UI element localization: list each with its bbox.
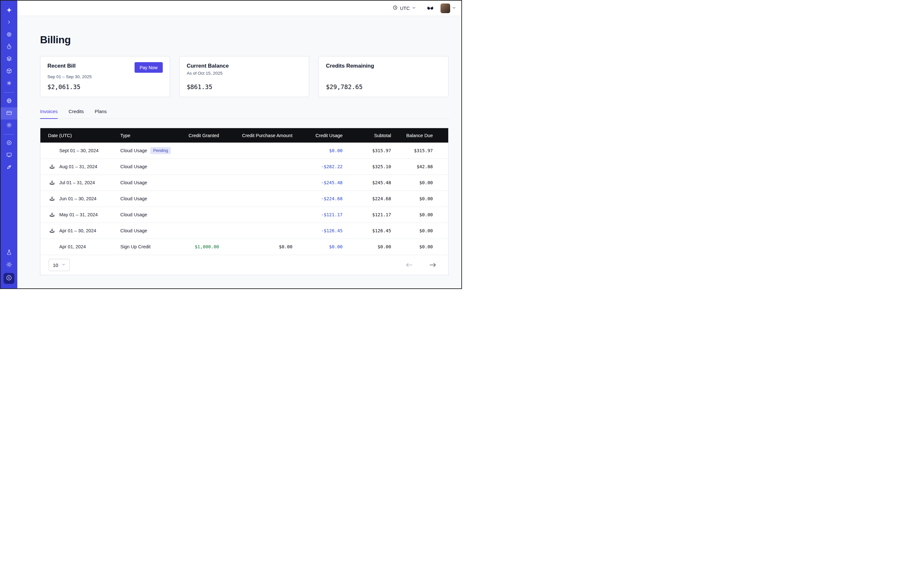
- credits-remaining-card: Credits Remaining $29,782.65: [318, 56, 448, 97]
- sidebar-item-billing[interactable]: [1, 107, 17, 120]
- gear-icon: [6, 122, 12, 130]
- invoice-type: Sign Up Credit: [120, 239, 181, 255]
- invoice-date-label: Aug 01 – 31, 2024: [59, 164, 97, 169]
- credit-usage: -$121.17: [292, 207, 343, 223]
- user-avatar: [440, 3, 450, 13]
- svg-text:$: $: [8, 276, 10, 279]
- previous-page-button[interactable]: [406, 262, 412, 268]
- card-amount: $2,061.35: [47, 83, 163, 90]
- download-invoice-icon[interactable]: [49, 212, 55, 218]
- credit-granted: $1,000.00: [181, 239, 219, 255]
- table-row: Jun 01 – 30, 2024 Cloud Usage -$224.68 $…: [41, 191, 448, 207]
- page-title: Billing: [40, 34, 448, 46]
- sidebar-item-cube[interactable]: [1, 65, 17, 78]
- table-row: Jul 01 – 31, 2024 Cloud Usage -$245.48 $…: [41, 175, 448, 191]
- clock-icon: [393, 5, 398, 11]
- sidebar-item-support[interactable]: [1, 137, 17, 149]
- glasses-toggle[interactable]: [426, 5, 434, 12]
- credit-usage: -$245.48: [292, 175, 343, 191]
- sidebar-item-flask[interactable]: [1, 247, 17, 259]
- download-invoice-icon[interactable]: [49, 228, 55, 234]
- credit-usage: -$126.45: [292, 223, 343, 239]
- sidebar-item-theme[interactable]: [1, 259, 17, 271]
- sidebar-item-layers[interactable]: [1, 53, 17, 65]
- credit-usage: $0.00: [292, 239, 343, 255]
- subtotal: $245.48: [343, 175, 391, 191]
- invoice-type: Cloud Usage: [120, 191, 181, 207]
- status-badge: Pending: [150, 147, 171, 154]
- column-header-type: Type: [120, 128, 181, 143]
- balance-due: $42.88: [391, 159, 448, 175]
- sidebar-divider: [4, 134, 14, 135]
- subtotal: $315.97: [343, 143, 391, 159]
- chevron-down-icon: [452, 5, 456, 11]
- download-invoice-icon[interactable]: [49, 196, 55, 201]
- table-footer: 10: [41, 255, 448, 275]
- column-header-credit-purchase: Credit Purchase Amount: [219, 128, 292, 143]
- sidebar-item-asterisk[interactable]: [1, 78, 17, 90]
- sidebar-divider: [4, 92, 14, 93]
- invoice-date-label: May 01 – 31, 2024: [59, 212, 98, 217]
- table-row: May 01 – 31, 2024 Cloud Usage -$121.17 $…: [41, 207, 448, 223]
- sidebar-item-expand[interactable]: [1, 17, 17, 29]
- column-header-subtotal: Subtotal: [343, 128, 391, 143]
- credit-granted: [181, 175, 219, 191]
- layers-icon: [6, 56, 12, 63]
- summary-cards: Recent Bill Pay Now Sep 01 – Sep 30, 202…: [40, 56, 448, 97]
- sidebar-item-timer[interactable]: [1, 41, 17, 53]
- invoice-date: May 01 – 31, 2024: [41, 207, 120, 223]
- sidebar-item-globe[interactable]: [1, 95, 17, 107]
- subtotal: $325.10: [343, 159, 391, 175]
- balance-due: $0.00: [391, 239, 448, 255]
- invoice-date: Aug 01 – 31, 2024: [41, 159, 120, 175]
- credit-purchase-amount: [219, 175, 292, 191]
- credit-purchase-amount: [219, 159, 292, 175]
- balance-due: $0.00: [391, 207, 448, 223]
- credit-purchase-amount: $0.00: [219, 239, 292, 255]
- download-invoice-icon[interactable]: [49, 180, 55, 185]
- timezone-label: UTC: [400, 5, 410, 11]
- glasses-icon: [426, 5, 434, 12]
- chevron-right-icon: [6, 19, 12, 26]
- sidebar-item-target[interactable]: [1, 29, 17, 41]
- tab-invoices[interactable]: Invoices: [40, 109, 58, 119]
- card-title: Recent Bill: [47, 63, 76, 69]
- sidebar-item-logo[interactable]: [1, 5, 17, 17]
- cube-icon: [6, 68, 12, 75]
- sidebar-item-settings[interactable]: [1, 120, 17, 132]
- balance-due: $0.00: [391, 223, 448, 239]
- credit-usage: -$224.68: [292, 191, 343, 207]
- pay-now-button[interactable]: Pay Now: [135, 62, 163, 73]
- invoice-date-label: Jun 01 – 30, 2024: [59, 196, 96, 201]
- credit-purchase-amount: [219, 207, 292, 223]
- invoice-date-label: Apr 01 – 30, 2024: [59, 228, 96, 233]
- balance-due: $0.00: [391, 191, 448, 207]
- next-page-button[interactable]: [429, 262, 436, 268]
- sidebar-bottom-group: $: [1, 247, 17, 288]
- sidebar-item-display[interactable]: [1, 149, 17, 161]
- invoice-date: Jun 01 – 30, 2024: [41, 191, 120, 207]
- tab-plans[interactable]: Plans: [95, 109, 107, 119]
- sun-icon: [6, 261, 12, 269]
- invoice-type: Cloud Usage: [120, 159, 181, 175]
- invoice-date: Sept 01 – 30, 2024: [41, 143, 120, 159]
- sidebar-item-rocket[interactable]: [1, 161, 17, 174]
- tab-credits[interactable]: Credits: [68, 109, 84, 119]
- card-amount: $29,782.65: [326, 83, 441, 90]
- download-invoice-icon[interactable]: [49, 164, 55, 169]
- credit-granted: [181, 223, 219, 239]
- sidebar-item-currency[interactable]: $: [3, 273, 15, 284]
- credit-granted: [181, 143, 219, 159]
- flask-icon: [6, 249, 12, 257]
- main-content: Billing Recent Bill Pay Now Sep 01 – Sep…: [17, 16, 461, 288]
- credit-purchase-amount: [219, 191, 292, 207]
- card-title: Credits Remaining: [326, 63, 374, 69]
- card-subtitle: As of Oct 15, 2025: [187, 71, 302, 76]
- card-title: Current Balance: [187, 63, 229, 69]
- credit-usage: -$282.22: [292, 159, 343, 175]
- timezone-selector[interactable]: UTC: [393, 5, 416, 11]
- account-menu[interactable]: [440, 3, 456, 13]
- credit-granted: [181, 207, 219, 223]
- circle-x-icon: [6, 140, 12, 147]
- page-size-select[interactable]: 10: [49, 259, 70, 271]
